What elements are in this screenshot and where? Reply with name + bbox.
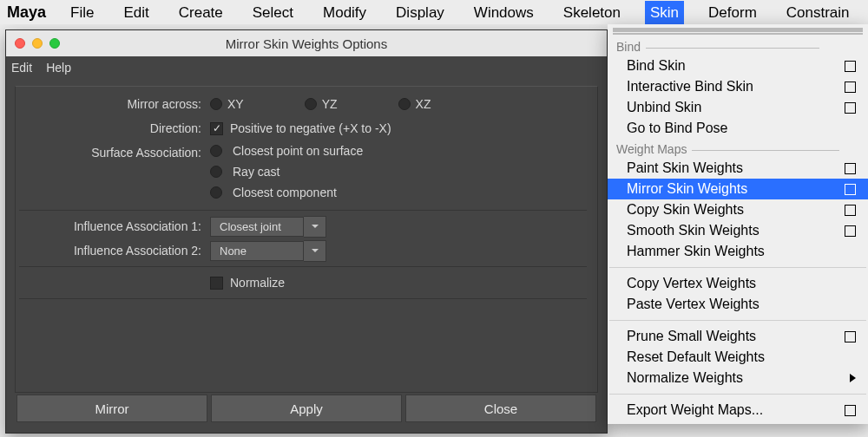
mirror-button[interactable]: Mirror [16,395,207,422]
os-menubar: Maya File Edit Create Select Modify Disp… [0,0,868,24]
surface-assoc-label: Surface Association: [19,146,210,160]
close-button[interactable]: Close [405,395,596,422]
separator [19,210,587,211]
menu-hammer-skin-weights[interactable]: Hammer Skin Weights [608,241,868,262]
app-name: Maya [7,3,46,22]
menu-mirror-skin-weights[interactable]: Mirror Skin Weights [608,179,868,199]
menu-unbind-skin[interactable]: Unbind Skin [608,97,868,118]
option-box-icon[interactable] [845,184,856,195]
inf-assoc-1-label: Influence Association 1: [19,219,210,233]
dialog-menu-edit[interactable]: Edit [11,61,32,75]
options-panel: Mirror across: XY YZ XZ Direction: Posit… [15,86,598,393]
window-title: Mirror Skin Weights Options [226,36,387,51]
dialog-menubar: Edit Help [6,56,607,79]
radio-ray-cast[interactable]: Ray cast [210,165,587,179]
menu-interactive-bind-skin[interactable]: Interactive Bind Skin [608,76,868,97]
row-inf-assoc-1: Influence Association 1: Closest joint [19,214,587,238]
separator [19,298,587,299]
menu-paste-vertex-weights[interactable]: Paste Vertex Weights [608,294,868,315]
menu-bind-skin[interactable]: Bind Skin [608,55,868,76]
menu-select[interactable]: Select [247,1,299,24]
menu-skeleton[interactable]: Skeleton [558,1,626,24]
radio-icon [398,98,411,110]
tearoff-handle[interactable] [613,28,863,35]
separator [19,266,587,267]
skin-menu-panel: Bind Bind Skin Interactive Bind Skin Unb… [608,24,868,424]
menu-normalize-weights[interactable]: Normalize Weights [608,368,868,388]
surface-assoc-options: Closest point on surface Ray cast Closes… [210,140,587,206]
section-weight-maps: Weight Maps [608,139,868,158]
menu-display[interactable]: Display [391,1,450,24]
option-box-icon[interactable] [845,205,856,216]
direction-text: Positive to negative (+X to -X) [230,121,391,135]
menu-copy-vertex-weights[interactable]: Copy Vertex Weights [608,273,868,294]
inf-assoc-2-dropdown[interactable]: None [210,240,326,262]
inf-assoc-2-label: Influence Association 2: [19,244,210,258]
normalize-checkbox[interactable] [210,277,223,290]
menu-deform[interactable]: Deform [703,1,762,24]
dialog-button-bar: Mirror Apply Close [15,393,598,424]
menu-edit[interactable]: Edit [118,1,154,24]
menu-separator [609,267,866,268]
radio-xz[interactable]: XZ [398,97,431,111]
menu-separator [609,394,866,395]
row-normalize: Normalize [19,271,587,295]
inf-assoc-1-dropdown[interactable]: Closest joint [210,216,326,238]
minimize-icon[interactable] [32,38,43,49]
option-box-icon[interactable] [845,405,856,416]
menu-separator [609,320,866,321]
menu-constrain[interactable]: Constrain [781,1,855,24]
radio-closest-component[interactable]: Closest component [210,186,587,199]
menu-paint-skin-weights[interactable]: Paint Skin Weights [608,158,868,179]
menu-modify[interactable]: Modify [318,1,372,24]
zoom-icon[interactable] [49,38,60,49]
submenu-arrow-icon [850,374,856,382]
radio-icon [210,166,222,178]
radio-icon [305,98,317,110]
menu-go-to-bind-pose[interactable]: Go to Bind Pose [608,118,868,139]
option-box-icon[interactable] [845,61,856,72]
option-box-icon[interactable] [845,331,856,342]
radio-xy[interactable]: XY [210,97,244,111]
inf-assoc-1-value: Closest joint [210,217,304,237]
row-mirror-across: Mirror across: XY YZ XZ [19,92,587,116]
dialog-menu-help[interactable]: Help [46,61,71,75]
radio-closest-point[interactable]: Closest point on surface [210,144,587,158]
option-box-icon[interactable] [845,82,856,93]
inf-assoc-2-value: None [210,241,304,261]
row-inf-assoc-2: Influence Association 2: None [19,238,587,263]
apply-button[interactable]: Apply [211,395,402,422]
chevron-down-icon[interactable] [304,240,326,262]
menu-prune-small-weights[interactable]: Prune Small Weights [608,326,868,347]
direction-label: Direction: [19,121,210,135]
close-icon[interactable] [15,38,25,49]
option-box-icon[interactable] [845,225,856,237]
radio-yz[interactable]: YZ [305,97,338,111]
menu-smooth-skin-weights[interactable]: Smooth Skin Weights [608,220,868,241]
menu-reset-default-weights[interactable]: Reset Default Weights [608,347,868,368]
menu-copy-skin-weights[interactable]: Copy Skin Weights [608,199,868,220]
mirror-across-label: Mirror across: [19,97,210,111]
option-box-icon[interactable] [845,102,856,114]
menu-skin[interactable]: Skin [645,1,684,24]
radio-icon [210,186,222,199]
direction-checkbox[interactable] [210,122,223,135]
menu-export-weight-maps[interactable]: Export Weight Maps... [608,400,868,421]
window-titlebar[interactable]: Mirror Skin Weights Options [6,30,607,56]
window-controls [15,38,60,49]
mirror-skin-weights-options-window: Mirror Skin Weights Options Edit Help Mi… [5,29,608,434]
row-direction: Direction: Positive to negative (+X to -… [19,116,587,140]
menu-windows[interactable]: Windows [469,1,539,24]
normalize-label: Normalize [230,276,285,290]
radio-icon [210,98,222,110]
section-bind: Bind [608,36,868,55]
option-box-icon[interactable] [845,163,856,174]
menu-file[interactable]: File [65,1,99,24]
chevron-down-icon[interactable] [304,216,326,238]
dialog-content: Mirror across: XY YZ XZ Direction: Posit… [6,79,607,433]
menu-create[interactable]: Create [174,1,228,24]
radio-icon [210,145,222,157]
